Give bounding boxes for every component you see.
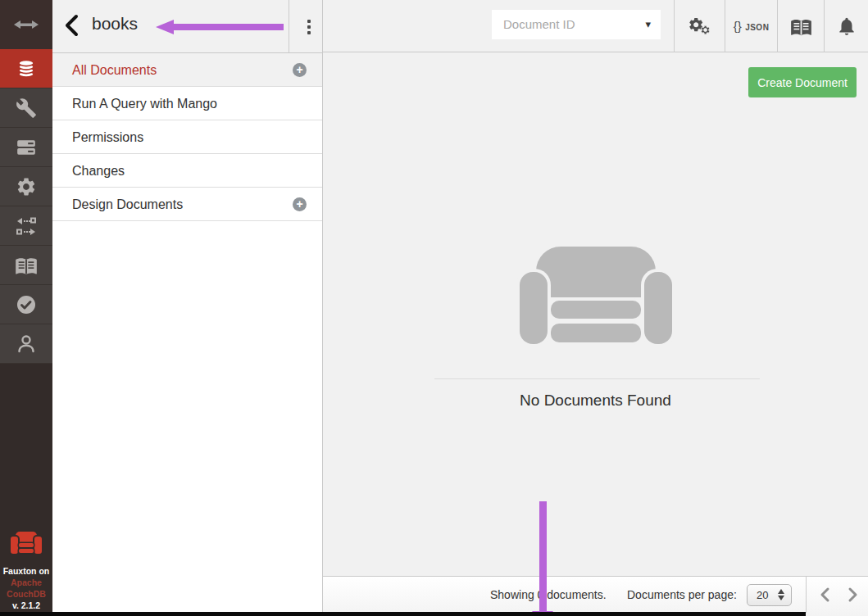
sidebar-item-databases[interactable]: [0, 49, 52, 88]
menu-item-label: Changes: [72, 164, 125, 178]
active-tasks-icon: [16, 137, 37, 158]
bell-icon: [836, 16, 857, 37]
back-button[interactable]: [62, 13, 85, 39]
brand-line-4: v. 2.1.2: [0, 600, 52, 611]
database-menu: All Documents + Run A Query with Mango P…: [52, 53, 322, 221]
pagination-footer: Showing 0 documents. Documents per page:…: [323, 576, 868, 616]
documents-content: Create Document No Documents Found: [323, 52, 868, 576]
brand-line-2: Apache: [0, 577, 52, 588]
replication-icon: [16, 216, 37, 236]
fauxton-app: Fauxton on Apache CouchDB v. 2.1.2 books: [0, 0, 868, 616]
gear-icon: [16, 176, 37, 197]
add-design-document-button[interactable]: +: [293, 197, 307, 211]
database-options-menu-button[interactable]: [298, 17, 320, 37]
menu-item-label: Run A Query with Mango: [72, 97, 217, 111]
gears-icon: [686, 14, 714, 38]
per-page-value: 20: [757, 589, 768, 601]
sidebar-nav: [0, 49, 52, 364]
menu-item-design-documents[interactable]: Design Documents +: [52, 188, 322, 221]
previous-page-button[interactable]: [813, 577, 836, 613]
chevron-down-icon: ▾: [645, 10, 651, 39]
menu-item-label: All Documents: [72, 63, 157, 77]
book-icon: [790, 16, 812, 38]
empty-state-couch-icon: [520, 247, 672, 344]
sidebar-item-configuration[interactable]: [0, 167, 52, 206]
resize-horizontal-icon: [14, 18, 39, 31]
notifications-button[interactable]: [825, 0, 868, 52]
empty-state-title: No Documents Found: [323, 392, 868, 410]
primary-sidebar: Fauxton on Apache CouchDB v. 2.1.2: [0, 0, 52, 616]
main-area: Document ID ▾ {} JSON: [323, 0, 868, 616]
database-panel-header: books: [52, 0, 322, 53]
wrench-icon: [16, 97, 37, 119]
footer-divider: [806, 577, 807, 613]
menu-item-all-documents[interactable]: All Documents +: [52, 53, 322, 87]
database-icon: [15, 57, 38, 80]
documentation-book-icon: [15, 254, 38, 277]
menu-item-changes[interactable]: Changes: [52, 154, 322, 188]
sidebar-resize-button[interactable]: [0, 0, 52, 49]
version-text: Fauxton on Apache CouchDB v. 2.1.2: [0, 565, 52, 611]
header-divider: [289, 0, 289, 52]
document-id-sort-select[interactable]: Document ID ▾: [492, 10, 661, 39]
window-bottom-edge: [0, 612, 806, 616]
couchdb-logo: [10, 532, 43, 554]
add-document-button[interactable]: +: [293, 63, 307, 77]
verify-check-icon: [15, 293, 38, 316]
sidebar-item-replication[interactable]: [0, 206, 52, 246]
documents-per-page-label: Documents per page:: [627, 577, 737, 613]
menu-item-permissions[interactable]: Permissions: [52, 120, 322, 154]
empty-state-divider: [434, 378, 760, 379]
annotation-arrow-left: [156, 20, 284, 34]
sidebar-brand: Fauxton on Apache CouchDB v. 2.1.2: [0, 532, 52, 611]
api-docs-button[interactable]: [778, 0, 824, 52]
chevron-left-icon: [820, 587, 830, 603]
menu-item-label: Design Documents: [72, 197, 183, 211]
create-document-button[interactable]: Create Document: [748, 67, 857, 97]
sidebar-item-verify[interactable]: [0, 285, 52, 324]
json-button-label: {} JSON: [734, 19, 770, 34]
sidebar-item-account[interactable]: [0, 324, 52, 364]
document-id-select-value: Document ID: [503, 17, 575, 31]
menu-item-label: Permissions: [72, 130, 143, 144]
sidebar-item-setup[interactable]: [0, 88, 52, 128]
sidebar-item-documentation[interactable]: [0, 246, 52, 285]
database-panel: books All Documents + Run A Query with M…: [52, 0, 323, 616]
brand-line-1: Fauxton on: [0, 565, 52, 577]
kebab-menu-icon: [307, 20, 311, 23]
account-person-icon: [15, 333, 38, 356]
documents-per-page-select[interactable]: 20: [747, 584, 792, 606]
chevron-left-icon: [62, 13, 82, 38]
query-options-button[interactable]: [675, 0, 725, 52]
json-view-button[interactable]: {} JSON: [725, 0, 777, 52]
showing-documents-text: Showing 0 documents.: [490, 577, 607, 613]
select-stepper-icon: [778, 589, 784, 600]
database-name-title: books: [92, 14, 138, 34]
menu-item-mango-query[interactable]: Run A Query with Mango: [52, 87, 322, 120]
main-header: Document ID ▾ {} JSON: [323, 0, 868, 52]
sidebar-item-active-tasks[interactable]: [0, 128, 52, 167]
brand-line-3: CouchDB: [0, 588, 52, 600]
chevron-right-icon: [848, 587, 858, 603]
next-page-button[interactable]: [841, 577, 864, 613]
